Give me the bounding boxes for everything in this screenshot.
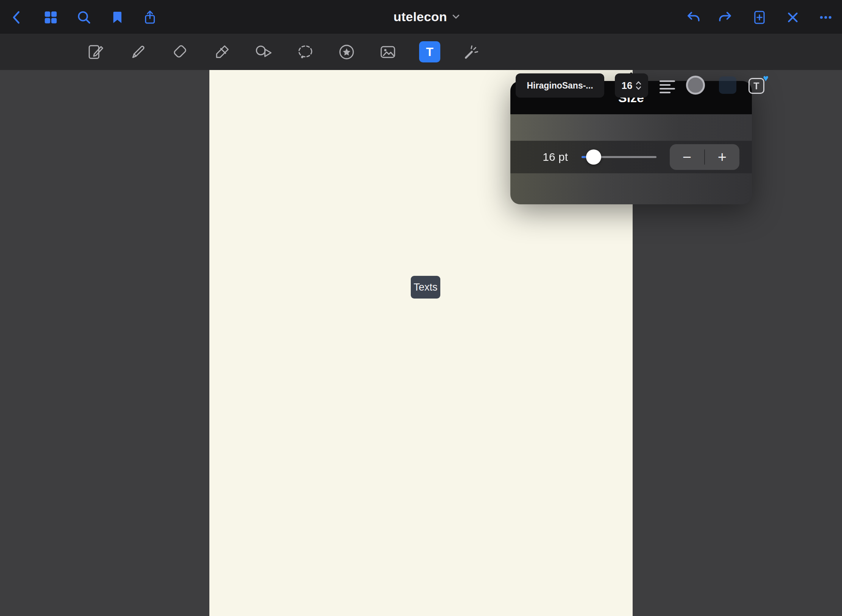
undo-button[interactable] — [684, 8, 702, 26]
popover-box: Size 16 pt − + — [510, 81, 752, 204]
text-background-swatch[interactable] — [719, 76, 736, 94]
photo-icon — [379, 43, 397, 61]
bookmark-button[interactable] — [108, 8, 126, 26]
highlighter-icon — [213, 43, 231, 61]
text-style-favorite-button[interactable]: T ♥ — [747, 75, 767, 95]
close-icon — [785, 10, 800, 25]
size-slider[interactable] — [582, 149, 656, 165]
heart-icon: ♥ — [763, 73, 769, 83]
elements-tool[interactable] — [336, 41, 357, 62]
share-button[interactable] — [141, 8, 159, 26]
text-tool[interactable]: T — [419, 41, 440, 62]
top-bar: utelecon — [0, 0, 842, 33]
lasso-icon — [296, 43, 314, 61]
text-color-button[interactable] — [686, 76, 705, 95]
size-value-label: 16 pt — [533, 151, 568, 163]
more-button[interactable] — [817, 8, 835, 26]
tools-toolbar: T HiraginoSans-... 16 T ♥ — [0, 33, 842, 70]
document-title: utelecon — [393, 9, 447, 24]
eraser-tool[interactable] — [169, 41, 190, 62]
back-chevron-icon — [9, 10, 25, 25]
laser-pointer-icon — [463, 43, 480, 61]
bookmark-icon — [110, 10, 125, 25]
lasso-tool[interactable] — [295, 41, 316, 62]
sticker-star-icon — [338, 43, 356, 61]
add-page-button[interactable] — [750, 8, 769, 26]
favorite-text-icon: T — [748, 78, 764, 94]
redo-button[interactable] — [717, 8, 735, 26]
font-size-label: 16 — [622, 80, 633, 92]
back-button[interactable] — [8, 8, 26, 26]
up-down-chevrons-icon — [636, 80, 641, 91]
laser-pointer-tool[interactable] — [461, 41, 482, 62]
slider-knob[interactable] — [586, 149, 601, 165]
ellipsis-icon — [818, 10, 833, 25]
undo-icon — [685, 10, 700, 25]
chevron-down-icon — [452, 12, 461, 21]
size-increase-button[interactable]: + — [705, 144, 739, 170]
text-align-button[interactable] — [658, 76, 676, 97]
canvas-area: Texts Size 16 pt − + — [0, 70, 842, 616]
shapes-tool[interactable] — [253, 41, 274, 62]
size-decrease-button[interactable]: − — [670, 144, 704, 170]
popover-band-top — [510, 114, 752, 141]
text-tool-icon: T — [426, 45, 433, 59]
page-edit-icon — [87, 43, 104, 61]
close-button[interactable] — [784, 8, 802, 26]
size-slider-row: 16 pt − + — [510, 141, 752, 173]
align-left-icon — [658, 78, 676, 96]
shapes-icon — [254, 43, 272, 61]
share-icon — [142, 10, 157, 25]
size-stepper: − + — [670, 144, 739, 170]
photo-tool[interactable] — [377, 41, 398, 62]
redo-icon — [718, 10, 733, 25]
text-object[interactable]: Texts — [411, 276, 440, 299]
pen-icon — [129, 43, 147, 61]
popover-band-bottom — [510, 173, 752, 204]
edit-mode-tool[interactable] — [85, 41, 106, 62]
grid-icon — [43, 10, 58, 25]
thumbnails-button[interactable] — [42, 8, 60, 26]
font-name-label: HiraginoSans-... — [527, 81, 593, 91]
search-button[interactable] — [75, 8, 93, 26]
highlighter-tool[interactable] — [211, 41, 232, 62]
font-size-button[interactable]: 16 — [615, 73, 648, 98]
document-title-button[interactable]: utelecon — [393, 0, 460, 33]
search-icon — [76, 10, 92, 25]
pen-tool[interactable] — [127, 41, 148, 62]
font-name-button[interactable]: HiraginoSans-... — [516, 73, 604, 98]
add-page-icon — [752, 10, 767, 25]
eraser-icon — [171, 43, 189, 61]
